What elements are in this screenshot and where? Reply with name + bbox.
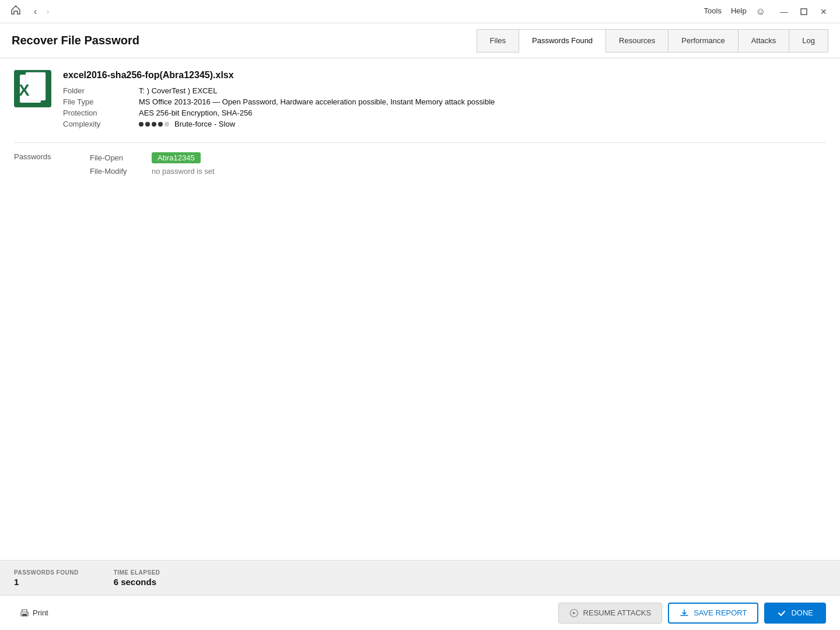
time-elapsed-label: TIME ELAPSED: [114, 569, 160, 576]
filetype-label: File Type: [63, 97, 133, 106]
app-header: Recover File Password Files Passwords Fo…: [0, 23, 840, 58]
password-rows: File-Open Abra12345 File-Modify no passw…: [90, 152, 826, 176]
file-modify-value: no password is set: [152, 167, 215, 176]
print-icon: [20, 608, 29, 618]
print-label: Print: [33, 608, 48, 617]
smile-icon[interactable]: ☺: [756, 6, 765, 17]
file-details: excel2016-sha256-fop(Abra12345).xlsx Fol…: [63, 70, 826, 128]
resume-label: RESUME ATTACKS: [583, 608, 652, 617]
folder-label: Folder: [63, 86, 133, 95]
resume-icon: [569, 608, 579, 618]
resume-attacks-button[interactable]: RESUME ATTACKS: [558, 603, 663, 624]
file-modify-label: File-Modify: [90, 167, 142, 176]
forward-button[interactable]: ›: [43, 4, 52, 19]
protection-label: Protection: [63, 108, 133, 117]
maximize-button[interactable]: [794, 4, 813, 20]
titlebar-right: Tools Help ☺ — ✕: [704, 4, 833, 20]
titlebar-left: ‹ ›: [7, 2, 53, 20]
home-button[interactable]: [7, 2, 24, 20]
tab-files[interactable]: Files: [477, 29, 519, 52]
filetype-value: MS Office 2013-2016 — Open Password, Har…: [139, 97, 826, 106]
done-label: DONE: [791, 608, 813, 617]
svg-rect-0: [801, 9, 807, 15]
protection-value: AES 256-bit Encryption, SHA-256: [139, 108, 826, 117]
complexity-label: Complexity: [63, 120, 133, 128]
passwords-section: Passwords File-Open Abra12345 File-Modif…: [14, 152, 826, 176]
done-button[interactable]: DONE: [764, 603, 826, 624]
action-buttons: RESUME ATTACKS SAVE REPORT DONE: [558, 603, 826, 624]
tab-resources[interactable]: Resources: [606, 29, 668, 52]
done-icon: [777, 608, 786, 618]
file-modify-row: File-Modify no password is set: [90, 167, 826, 176]
info-table: Folder T: ) CoverTest ) EXCEL File Type …: [63, 86, 826, 128]
save-label: SAVE REPORT: [694, 608, 747, 617]
tab-performance[interactable]: Performance: [668, 29, 737, 52]
save-icon: [680, 608, 689, 618]
save-report-button[interactable]: SAVE REPORT: [668, 603, 758, 624]
complexity-value: Brute-force - Slow: [139, 120, 826, 128]
tab-bar: Files Passwords Found Resources Performa…: [477, 29, 828, 52]
titlebar-menu: Tools Help ☺: [704, 6, 765, 17]
file-icon: X: [14, 70, 51, 107]
svg-point-8: [26, 612, 27, 613]
passwords-grid: Passwords File-Open Abra12345 File-Modif…: [14, 152, 826, 176]
main-content: X excel2016-sha256-fop(Abra12345).xlsx F…: [0, 58, 840, 560]
dot-2: [145, 122, 150, 127]
tab-attacks[interactable]: Attacks: [738, 29, 789, 52]
folder-value: T: ) CoverTest ) EXCEL: [139, 86, 826, 95]
dot-4: [158, 122, 163, 127]
app-title: Recover File Password: [12, 34, 139, 47]
file-open-row: File-Open Abra12345: [90, 152, 826, 163]
file-section: X excel2016-sha256-fop(Abra12345).xlsx F…: [14, 70, 826, 128]
dot-1: [139, 122, 144, 127]
titlebar: ‹ › Tools Help ☺ — ✕: [0, 0, 840, 23]
print-button[interactable]: Print: [14, 605, 54, 621]
passwords-found-label: PASSWORDS FOUND: [14, 569, 79, 576]
file-open-value: Abra12345: [152, 152, 201, 163]
back-button[interactable]: ‹: [30, 4, 40, 19]
tools-menu[interactable]: Tools: [704, 6, 722, 17]
svg-text:X: X: [19, 81, 30, 99]
dot-3: [152, 122, 156, 127]
help-menu[interactable]: Help: [731, 6, 747, 17]
time-elapsed-value: 6 seconds: [114, 577, 160, 587]
passwords-found-value: 1: [14, 577, 79, 587]
excel-icon: X: [14, 70, 51, 107]
status-bar: PASSWORDS FOUND 1 TIME ELAPSED 6 seconds: [0, 560, 840, 595]
svg-rect-7: [22, 614, 27, 616]
nav-buttons: ‹ ›: [30, 4, 53, 19]
time-elapsed-status: TIME ELAPSED 6 seconds: [114, 569, 160, 587]
close-button[interactable]: ✕: [814, 4, 833, 20]
window-controls: — ✕: [775, 4, 833, 20]
dot-5: [164, 122, 169, 127]
section-divider: [14, 142, 826, 143]
passwords-found-status: PASSWORDS FOUND 1: [14, 569, 79, 587]
tab-passwords-found[interactable]: Passwords Found: [519, 29, 606, 52]
minimize-button[interactable]: —: [775, 4, 793, 20]
action-bar: Print RESUME ATTACKS SAVE REPORT DONE: [0, 595, 840, 630]
file-open-label: File-Open: [90, 153, 142, 162]
complexity-text: Brute-force - Slow: [174, 120, 235, 128]
passwords-label: Passwords: [14, 152, 84, 161]
file-name: excel2016-sha256-fop(Abra12345).xlsx: [63, 70, 826, 80]
tab-log[interactable]: Log: [789, 29, 828, 52]
